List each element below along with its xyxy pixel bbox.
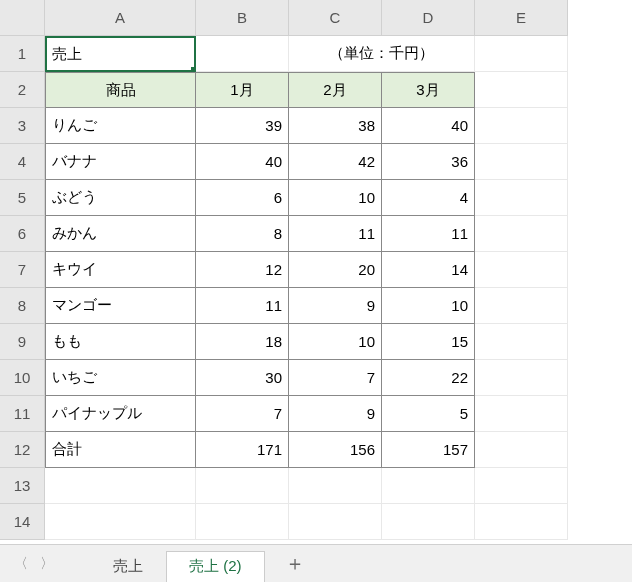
cell-C14[interactable]	[289, 504, 382, 540]
total-value-cell[interactable]: 157	[382, 432, 475, 468]
value-cell[interactable]: 36	[382, 144, 475, 180]
cell-E8[interactable]	[475, 288, 568, 324]
col-header-E[interactable]: E	[475, 0, 568, 36]
value-cell[interactable]: 18	[196, 324, 289, 360]
cell-C1[interactable]: （単位：千円）	[289, 36, 475, 72]
product-name-cell[interactable]: もも	[45, 324, 196, 360]
value-cell[interactable]: 15	[382, 324, 475, 360]
product-name-cell[interactable]: バナナ	[45, 144, 196, 180]
cell-E5[interactable]	[475, 180, 568, 216]
product-name-cell[interactable]: いちご	[45, 360, 196, 396]
value-cell[interactable]: 12	[196, 252, 289, 288]
value-cell[interactable]: 42	[289, 144, 382, 180]
row-header-9[interactable]: 9	[0, 324, 45, 360]
value-cell[interactable]: 39	[196, 108, 289, 144]
tab-nav-next[interactable]: 〉	[34, 551, 60, 577]
row-header-5[interactable]: 5	[0, 180, 45, 216]
cell-E14[interactable]	[475, 504, 568, 540]
tab-nav-prev[interactable]: 〈	[8, 551, 34, 577]
row-header-3[interactable]: 3	[0, 108, 45, 144]
cell-E13[interactable]	[475, 468, 568, 504]
col-header-B[interactable]: B	[196, 0, 289, 36]
cell-D14[interactable]	[382, 504, 475, 540]
value-cell[interactable]: 6	[196, 180, 289, 216]
cell-E11[interactable]	[475, 396, 568, 432]
product-name-cell[interactable]: マンゴー	[45, 288, 196, 324]
value-cell[interactable]: 40	[196, 144, 289, 180]
cell-A13[interactable]	[45, 468, 196, 504]
value-cell[interactable]: 10	[382, 288, 475, 324]
row-header-6[interactable]: 6	[0, 216, 45, 252]
cell-D13[interactable]	[382, 468, 475, 504]
value-cell[interactable]: 10	[289, 180, 382, 216]
row-header-1[interactable]: 1	[0, 36, 45, 72]
total-value-cell[interactable]: 156	[289, 432, 382, 468]
cell-B14[interactable]	[196, 504, 289, 540]
value-cell[interactable]: 11	[196, 288, 289, 324]
col-header-C[interactable]: C	[289, 0, 382, 36]
row-header-4[interactable]: 4	[0, 144, 45, 180]
product-name-cell[interactable]: みかん	[45, 216, 196, 252]
row-header-7[interactable]: 7	[0, 252, 45, 288]
cell-E7[interactable]	[475, 252, 568, 288]
product-name-cell[interactable]: りんご	[45, 108, 196, 144]
cell-B13[interactable]	[196, 468, 289, 504]
table-header-month-3[interactable]: 3月	[382, 72, 475, 108]
select-all-corner[interactable]	[0, 0, 45, 36]
row-header-11[interactable]: 11	[0, 396, 45, 432]
table-header-month-1[interactable]: 1月	[196, 72, 289, 108]
value-cell[interactable]: 7	[196, 396, 289, 432]
row-header-8[interactable]: 8	[0, 288, 45, 324]
cell-E4[interactable]	[475, 144, 568, 180]
value-cell[interactable]: 38	[289, 108, 382, 144]
total-label-cell[interactable]: 合計	[45, 432, 196, 468]
sheet-tab[interactable]: 売上	[90, 551, 166, 583]
table-header-month-2[interactable]: 2月	[289, 72, 382, 108]
value-cell[interactable]: 8	[196, 216, 289, 252]
cell-E3[interactable]	[475, 108, 568, 144]
row-header-2[interactable]: 2	[0, 72, 45, 108]
value-cell[interactable]: 30	[196, 360, 289, 396]
cell-E10[interactable]	[475, 360, 568, 396]
value-cell[interactable]: 5	[382, 396, 475, 432]
cell-E9[interactable]	[475, 324, 568, 360]
add-sheet-button[interactable]: ＋	[275, 548, 315, 580]
cell-A1[interactable]: 売上	[45, 36, 196, 72]
row-header-10[interactable]: 10	[0, 360, 45, 396]
cell-E2[interactable]	[475, 72, 568, 108]
product-name-cell[interactable]: キウイ	[45, 252, 196, 288]
product-name-cell[interactable]: パイナップル	[45, 396, 196, 432]
col-header-D[interactable]: D	[382, 0, 475, 36]
value-cell[interactable]: 9	[289, 396, 382, 432]
sheet-tab[interactable]: 売上 (2)	[166, 551, 265, 583]
value-cell[interactable]: 9	[289, 288, 382, 324]
row-header-13[interactable]: 13	[0, 468, 45, 504]
row-header-12[interactable]: 12	[0, 432, 45, 468]
value-cell[interactable]: 22	[382, 360, 475, 396]
total-value-cell[interactable]: 171	[196, 432, 289, 468]
value-cell[interactable]: 14	[382, 252, 475, 288]
sheet-tab-bar: 〈 〉 売上売上 (2) ＋	[0, 544, 632, 582]
value-cell[interactable]: 4	[382, 180, 475, 216]
value-cell[interactable]: 11	[289, 216, 382, 252]
value-cell[interactable]: 40	[382, 108, 475, 144]
cell-E12[interactable]	[475, 432, 568, 468]
spreadsheet-grid[interactable]: ABCDE1売上（単位：千円）2商品1月2月3月3りんご3938404バナナ40…	[0, 0, 632, 544]
product-name-cell[interactable]: ぶどう	[45, 180, 196, 216]
cell-E6[interactable]	[475, 216, 568, 252]
value-cell[interactable]: 11	[382, 216, 475, 252]
cell-B1[interactable]	[196, 36, 289, 72]
value-cell[interactable]: 7	[289, 360, 382, 396]
table-header-product[interactable]: 商品	[45, 72, 196, 108]
cell-E1[interactable]	[475, 36, 568, 72]
row-header-14[interactable]: 14	[0, 504, 45, 540]
col-header-A[interactable]: A	[45, 0, 196, 36]
cell-A14[interactable]	[45, 504, 196, 540]
cell-C13[interactable]	[289, 468, 382, 504]
value-cell[interactable]: 20	[289, 252, 382, 288]
value-cell[interactable]: 10	[289, 324, 382, 360]
